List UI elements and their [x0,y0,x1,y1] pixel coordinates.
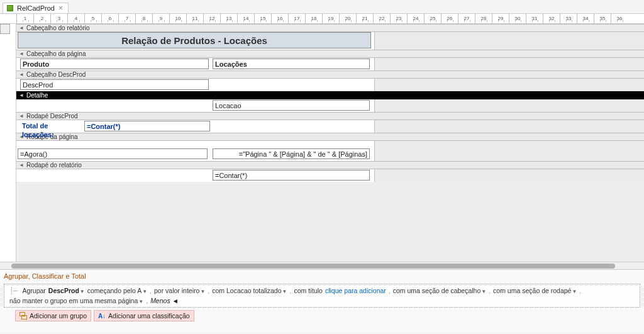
less-toggle[interactable]: Menos ◄ [150,297,179,304]
close-icon[interactable]: × [58,4,63,12]
keep-together-dropdown[interactable]: não manter o grupo em uma mesma página▼ [9,297,143,304]
footer-section-dropdown[interactable]: com uma seção de rodapé▼ [493,287,577,294]
document-tab[interactable]: RelCadProd × [3,3,69,13]
report-icon [7,5,13,11]
section-bar-page-header[interactable]: ◄Cabeçalho da página [16,50,644,58]
section-label: Detalhe [26,92,48,99]
section-bar-report-header[interactable]: ◄Cabeçalho do relatório [16,24,644,32]
col-header-locacoes[interactable]: Locações [213,58,370,69]
section-label: Cabeçalho do relatório [26,25,90,31]
group-icon [19,312,27,320]
section-bar-group-footer[interactable]: ◄Rodapé DescProd [16,112,644,120]
col-header-produto[interactable]: Produto [20,58,209,69]
section-bar-detail[interactable]: ◄Detalhe [16,91,644,99]
tab-title: RelCadProd [17,4,55,12]
header-section-dropdown[interactable]: com uma seção de cabeçalho▼ [393,287,486,294]
sort-icon: A↓ [98,312,106,320]
indent-icon: ┊─ [9,287,17,294]
field-descprod[interactable]: DescProd [20,79,209,90]
group-row-descprod[interactable]: ┊─ Agrupar DescProd▼ começando pelo A▼ ,… [4,284,640,308]
section-label: Cabeçalho da página [26,50,86,57]
field-page-number[interactable]: ="Página " & [Página] & " de " & [Página… [213,148,370,159]
group-field-dropdown[interactable]: DescProd▼ [48,287,85,294]
field-now[interactable]: =Agora() [18,148,208,159]
horizontal-scrollbar[interactable] [0,262,644,269]
label-total-locacoes[interactable]: Total de locações: [20,121,83,131]
scroll-thumb[interactable] [11,264,615,269]
section-label: Rodapé DescProd [26,113,78,120]
vertical-ruler[interactable] [0,24,16,262]
title-link[interactable]: clique para adicionar [325,287,386,294]
design-canvas[interactable]: ◄Cabeçalho do relatório Relação de Produ… [16,24,644,262]
section-bar-page-footer[interactable]: ◄Rodapé da página [16,133,644,141]
add-sort-button[interactable]: A↓ Adicionar uma classificação [94,310,194,321]
report-selector[interactable] [0,24,10,34]
section-bar-report-footer[interactable]: ◄Rodapé do relatório [16,161,644,169]
horizontal-ruler[interactable]: 1234567891011121314151617181920212223242… [0,14,644,24]
tab-bar: RelCadProd × [0,0,644,14]
group-sort-total-panel: Agrupar, Classificar e Total ┊─ Agrupar … [0,269,644,332]
field-count-group[interactable]: =Contar(*) [84,121,210,131]
section-label: Rodapé do relatório [26,162,82,169]
sort-order-dropdown[interactable]: começando pelo A▼ [87,287,147,294]
field-locacao[interactable]: Locacao [213,100,370,111]
totals-dropdown[interactable]: com Locacao totalizado▼ [212,287,287,294]
group-interval-dropdown[interactable]: por valor inteiro▼ [154,287,205,294]
section-bar-group-header[interactable]: ◄Cabeçalho DescProd [16,70,644,79]
gst-title: Agrupar, Classificar e Total [4,272,640,280]
section-label: Cabeçalho DescProd [26,71,86,78]
field-count-report[interactable]: =Contar(*) [213,170,370,181]
add-group-button[interactable]: Adicionar um grupo [15,310,91,321]
report-title-label[interactable]: Relação de Produtos - Locações [18,32,371,48]
